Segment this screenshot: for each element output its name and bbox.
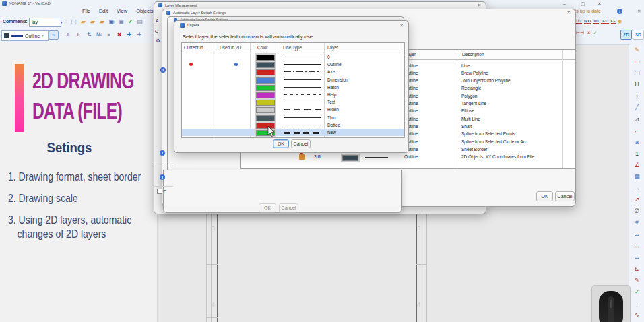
minimize-button[interactable]: – [563,1,566,7]
dimension-points-icon[interactable]: ⇅ [84,31,94,39]
leader-1-icon[interactable]: 1 [629,148,644,160]
hidden-checkbox-fragment[interactable]: C [157,189,167,194]
print-icon[interactable]: ▤ [135,18,144,26]
text-width-icon[interactable]: TEXT [601,20,609,24]
hatch-tool-icon[interactable]: # [629,217,644,228]
save-as-icon[interactable]: ▣ [117,18,125,26]
close-icon[interactable]: ✕ [567,10,571,15]
span-dim-icon[interactable]: H [629,79,644,90]
font-icon[interactable]: F F [611,20,616,24]
ok-button[interactable]: OK [536,191,553,201]
column-header[interactable]: Current in ... [184,45,208,50]
spline-icon[interactable]: ∿ [629,309,644,321]
layer-row-new[interactable]: New [182,129,404,136]
menu-item-objects[interactable]: Objects [136,8,153,14]
open-folder-icon[interactable]: ▰ [79,18,88,26]
dim-linear-icon[interactable]: ↔ [629,229,644,240]
dim-check2-icon[interactable]: ✓ [629,286,644,298]
layer-row-0[interactable]: 0 [182,53,404,61]
color-swatch[interactable] [256,62,275,68]
text-cursor-icon[interactable]: I [629,90,644,102]
menu-item-file[interactable]: File [82,8,90,14]
text-style-icon[interactable]: TXT [576,20,582,24]
dim-horizontal-icon[interactable]: ⊢⊣ [576,30,584,36]
column-header[interactable]: Description [462,52,484,57]
import-folder-icon[interactable]: ▰ [98,18,106,26]
layer-row-axis[interactable]: Axis [182,68,404,75]
material-icon[interactable]: ◉ [618,18,622,24]
ok-button[interactable]: OK [273,139,289,148]
maximize-button[interactable]: ▢ [581,1,585,7]
dim-linear-red-icon[interactable]: ↔ [629,240,644,252]
layer-row-text[interactable]: Text [182,98,404,106]
close-icon[interactable]: ✕ [399,23,404,28]
update-close-icon[interactable]: ✕ [637,9,641,14]
layer-row-outline[interactable]: Outline [182,61,404,68]
command-dropdown-icon[interactable]: ▾ [61,20,63,24]
layer-row-thin[interactable]: Thin [182,114,404,121]
color-swatch[interactable] [256,69,275,75]
text-rotate-icon[interactable]: TüT [593,20,599,24]
ok-button[interactable]: OK [259,203,276,213]
color-swatch[interactable] [256,107,275,113]
offset-icon[interactable]: ⌐ [629,125,644,137]
diameter-icon[interactable]: ∅ [629,205,644,217]
snap-settings-icon[interactable]: № [94,31,104,39]
dim-edit-icon[interactable]: ✎ [629,275,644,286]
fill-off-icon[interactable]: ■ [104,31,114,39]
layer-row-dotted[interactable]: Dotted [182,121,404,129]
angle-icon[interactable]: ∠ [629,160,644,171]
info-icon[interactable]: i [160,174,165,180]
text-edit-icon[interactable]: TEXT [584,20,592,24]
color-swatch[interactable] [256,85,275,91]
column-header[interactable]: Used in 2D [220,45,241,50]
layer-row-hiden[interactable]: Hiden [182,106,404,113]
dim-check-icon[interactable]: ✓ [593,30,598,36]
new-document-icon[interactable]: ▢ [69,18,78,26]
layer-delete-icon[interactable]: Ŀ [74,31,84,39]
color-swatch[interactable] [256,55,275,61]
column-header[interactable]: Layer [327,45,338,50]
dim-baseline-icon[interactable]: ↔ [629,252,644,263]
save-icon[interactable]: ▣ [107,18,116,26]
layer-row-hatch[interactable]: Hatch [182,84,404,91]
recent-files-icon[interactable]: ▰ [88,18,97,26]
column-header[interactable]: Color [257,45,268,50]
point-icon[interactable]: · [629,298,644,309]
dim-angular-icon[interactable]: ⊾ [629,263,644,275]
layer-row-help[interactable]: Help [182,91,404,98]
menu-item-edit[interactable]: Edit [99,8,108,14]
layer-style-combo[interactable]: Outline ▾ [1,30,49,41]
info-icon[interactable]: i [617,9,622,14]
stretch-icon[interactable]: ✚ [135,31,144,39]
close-button[interactable]: ✕ [598,1,602,7]
command-input[interactable]: lay [29,18,61,27]
close-icon[interactable]: ✕ [477,3,481,8]
delete-icon[interactable]: ✖ [115,31,124,39]
view-2d-button[interactable]: 2D [620,30,632,40]
cancel-button[interactable]: Cancel [555,191,575,201]
line-point-icon[interactable]: ╱ [629,102,644,113]
layer-list-icon[interactable]: Ŀ [64,31,73,39]
view-3d-button[interactable]: 3D [633,30,644,40]
annotate-a-icon[interactable]: a [629,137,644,148]
perpendicular-icon[interactable]: ⊿ [629,114,644,125]
dim-delete-icon[interactable]: ✕ [587,30,591,36]
cancel-button[interactable]: Cancel [291,139,311,148]
info-icon[interactable]: i [160,67,166,73]
color-swatch[interactable] [256,77,275,84]
column-header[interactable]: Line Type [283,45,302,50]
export-check-icon[interactable]: ✔ [126,18,135,26]
info-icon[interactable]: i [160,150,165,156]
color-swatch[interactable] [256,92,275,98]
cancel-button[interactable]: Cancel [279,203,298,213]
rectangle-tool-icon[interactable]: ▭ [629,56,644,67]
move-icon[interactable]: ✚ [125,31,134,39]
color-swatch[interactable] [256,100,275,106]
measure-arrow-icon[interactable]: ↗ [629,194,644,205]
layer-row-dimension[interactable]: Dimension [182,76,404,84]
sketch-edit-icon[interactable]: ✎ [629,44,644,56]
image-frame-icon[interactable]: ▦ [629,171,644,183]
menu-item-view[interactable]: View [117,8,127,14]
select-region-icon[interactable]: ▢ [629,67,644,79]
